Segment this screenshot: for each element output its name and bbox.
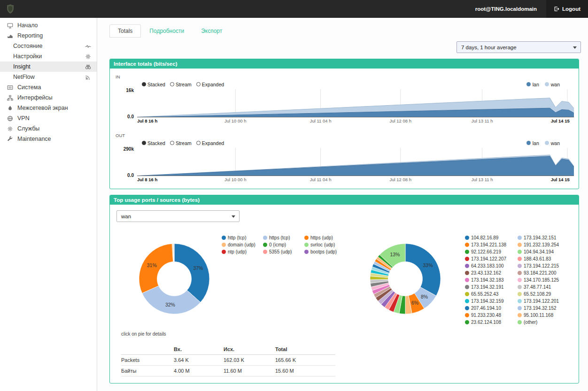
chart-legend: lanwan (526, 82, 560, 87)
y-min-label: 0.0 (127, 173, 134, 178)
tab-details[interactable]: Подробности (141, 24, 193, 38)
interface-select[interactable]: wan (116, 210, 240, 222)
series-legend-lan[interactable]: lan (526, 82, 539, 87)
mode-radio-expanded[interactable]: Expanded (196, 140, 224, 146)
source-legend-item[interactable]: 23.43.132.162 (465, 269, 516, 276)
row-label: Packets (121, 355, 174, 366)
source-legend-item[interactable]: 173.194.32.159 (465, 298, 516, 305)
time-range-value: 7 days, 1 hour average (461, 45, 517, 50)
sidebar-item-label: Maintenance (17, 136, 51, 142)
port-legend-label: 5355 (udp) (269, 249, 292, 254)
sidebar-item-system[interactable]: Система (0, 82, 97, 92)
source-legend-item[interactable]: 65.52.108.29 (518, 291, 568, 298)
chevron-down-icon (232, 215, 235, 218)
sources-donut-chart[interactable]: 33%8%6%13% (365, 239, 445, 319)
source-legend-label: 91.233.230.48 (471, 313, 501, 318)
source-legend-label: 65.55.252.43 (471, 291, 498, 297)
source-legend-item[interactable]: 173.194.32.183 (465, 276, 516, 284)
direction-label: OUT (116, 133, 574, 138)
source-legend-item[interactable]: 134.170.185.125 (518, 276, 568, 284)
source-legend-item[interactable]: 173.194.122.215 (518, 262, 568, 269)
sidebar-item-netflow[interactable]: NetFlow (0, 72, 97, 82)
port-legend-item[interactable]: 0 (icmp) (263, 241, 302, 248)
sidebar-item-reporting[interactable]: Reporting (0, 31, 97, 41)
source-legend-label: 23.62.124.108 (471, 320, 501, 325)
source-legend-item[interactable]: 91.233.230.48 (465, 312, 516, 319)
port-legend-item[interactable]: 5355 (udp) (263, 248, 302, 255)
source-legend-label: 104.82.16.89 (471, 235, 498, 240)
sidebar-item-vpn[interactable]: VPN (0, 113, 97, 123)
ports-donut-chart[interactable]: 37%32%31% (134, 239, 214, 319)
source-legend-item[interactable]: 207.46.194.10 (465, 305, 516, 312)
sidebar-item-home[interactable]: Начало (0, 20, 97, 31)
port-legend-item[interactable]: https (udp) (304, 234, 344, 241)
port-legend-item[interactable]: svrloc (udp) (304, 241, 344, 248)
source-legend-label: 173.194.32.151 (524, 235, 557, 240)
binoculars-icon (85, 64, 91, 70)
pie-slice[interactable] (405, 244, 441, 296)
logout-button[interactable]: Logout (546, 0, 588, 18)
source-legend-item[interactable]: 191.232.139.254 (518, 241, 568, 248)
source-legend-item[interactable]: 64.233.183.100 (465, 262, 516, 269)
source-legend-item[interactable]: (other) (518, 319, 568, 326)
source-legend-label: 104.94.34.194 (524, 249, 554, 254)
sidebar-item-settings[interactable]: Настройки (0, 51, 97, 61)
source-legend-item[interactable]: 173.194.32.191 (465, 284, 516, 291)
opnsense-logo[interactable] (5, 3, 16, 15)
legend-dot (304, 243, 309, 247)
ports-legend: http (tcp)https (tcp)https (udp)domain (… (222, 234, 344, 319)
source-legend-label: 173.194.32.152 (524, 306, 557, 311)
x-axis-label: Jul 10 00 h (224, 177, 246, 182)
source-legend-item[interactable]: 95.100.11.168 (518, 312, 568, 319)
mode-radio-stacked[interactable]: Stacked (142, 140, 165, 146)
series-legend-wan[interactable]: wan (545, 140, 560, 146)
legend-dot (465, 243, 469, 247)
port-legend-item[interactable]: https (tcp) (263, 234, 302, 241)
source-legend-item[interactable]: 92.122.66.219 (465, 248, 516, 255)
sources-pie-group: 33%8%6%13% 104.82.16.89173.194.32.151173… (365, 232, 568, 326)
port-legend-item[interactable]: bootps (udp) (304, 248, 344, 255)
sidebar-item-health[interactable]: Состояние (0, 41, 97, 51)
pie-slice[interactable] (139, 244, 173, 293)
sidebar-item-services[interactable]: Службы (0, 123, 97, 134)
source-legend-item[interactable]: 37.48.77.141 (518, 284, 568, 291)
legend-dot (263, 236, 267, 240)
radio-circle (170, 141, 174, 145)
tab-export[interactable]: Экспорт (193, 24, 231, 38)
x-axis-labels: Jul 8 16 hJul 10 00 hJul 11 04 hJul 12 0… (137, 117, 574, 124)
source-legend-item[interactable]: 173.194.32.152 (518, 305, 568, 312)
mode-radio-stacked[interactable]: Stacked (142, 82, 165, 87)
source-legend-item[interactable]: 188.43.61.83 (518, 255, 568, 262)
source-legend-item[interactable]: 104.94.34.194 (518, 248, 568, 255)
port-legend-label: svrloc (udp) (310, 242, 335, 247)
port-legend-item[interactable]: domain (udp) (222, 241, 261, 248)
source-legend-item[interactable]: 104.82.16.89 (465, 234, 516, 241)
source-legend-item[interactable]: 173.194.122.207 (465, 255, 516, 262)
time-range-select[interactable]: 7 days, 1 hour average (456, 41, 581, 53)
pie-slice[interactable] (174, 244, 209, 302)
tab-totals[interactable]: Totals (109, 24, 141, 38)
source-legend-item[interactable]: 93.184.221.200 (518, 269, 568, 276)
port-legend-item[interactable]: http (tcp) (222, 234, 261, 241)
direction-label: IN (116, 74, 574, 79)
sidebar-item-firewall[interactable]: Межсетевой экран (0, 103, 97, 113)
sidebar-item-interfaces[interactable]: Интерфейсы (0, 92, 97, 103)
pie-percent-label: 13% (390, 252, 400, 257)
mode-radio-stream[interactable]: Stream (170, 140, 192, 146)
table-cell: 162.03 K (224, 355, 275, 366)
series-legend-wan[interactable]: wan (545, 82, 560, 87)
source-legend-item[interactable]: 23.62.124.108 (465, 319, 516, 326)
logout-label: Logout (562, 6, 580, 12)
source-legend-item[interactable]: 173.194.221.138 (465, 241, 516, 248)
port-legend-item[interactable]: ntp (udp) (222, 248, 261, 255)
series-legend-lan[interactable]: lan (526, 140, 539, 146)
radio-circle (142, 141, 146, 145)
mode-radio-expanded[interactable]: Expanded (196, 82, 224, 87)
source-legend-item[interactable]: 173.194.122.201 (518, 298, 568, 305)
legend-dot (526, 141, 531, 145)
sidebar-item-insight[interactable]: Insight (0, 61, 97, 72)
sidebar-item-maintenance[interactable]: Maintenance (0, 134, 97, 144)
source-legend-item[interactable]: 173.194.32.151 (518, 234, 568, 241)
source-legend-item[interactable]: 65.55.252.43 (465, 291, 516, 298)
mode-radio-stream[interactable]: Stream (170, 82, 192, 87)
